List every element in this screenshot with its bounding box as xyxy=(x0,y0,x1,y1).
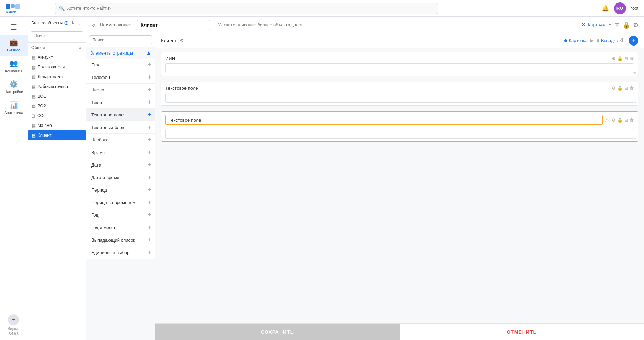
tab-card[interactable]: Карточка xyxy=(564,38,587,43)
search-input[interactable] xyxy=(67,6,434,11)
elements-search-input[interactable] xyxy=(89,35,152,44)
add-element-icon[interactable]: + xyxy=(148,174,151,181)
add-object-icon[interactable]: ⊕ xyxy=(64,19,69,26)
field-gear-icon[interactable]: ⚙ xyxy=(612,86,616,91)
element-item-period[interactable]: Период + xyxy=(86,184,155,196)
add-element-icon[interactable]: + xyxy=(148,74,151,81)
resize-handle[interactable]: ↘ xyxy=(633,100,636,104)
sidebar-item-department[interactable]: ▦ Департамент ⋮ xyxy=(28,72,86,82)
field-layout-icon[interactable]: ⊞ xyxy=(624,56,628,61)
sidebar-more-icon[interactable]: ⋮ xyxy=(77,19,83,26)
add-element-icon[interactable]: + xyxy=(148,236,151,244)
add-element-icon[interactable]: + xyxy=(148,161,151,169)
add-element-icon[interactable]: + xyxy=(148,211,151,219)
back-button[interactable]: « xyxy=(92,21,96,29)
element-item-number[interactable]: Число + xyxy=(86,84,155,96)
lock-icon[interactable]: 🔒 xyxy=(622,21,630,29)
field-layout-icon[interactable]: ⊞ xyxy=(624,86,628,91)
element-item-dropdown[interactable]: Выпадающий список + xyxy=(86,234,155,246)
gear-icon[interactable]: ⚙ xyxy=(633,21,638,29)
sidebar-item-vo1[interactable]: ▦ ВО1 ⋮ xyxy=(28,91,86,101)
object-name-input[interactable] xyxy=(137,20,210,30)
add-element-icon[interactable]: + xyxy=(148,124,151,131)
item-menu-icon[interactable]: ⋮ xyxy=(78,74,83,80)
field-text2-header-input[interactable] xyxy=(165,115,603,125)
view-toggle[interactable]: 👁 Карточка ▼ xyxy=(581,22,612,28)
add-element-icon[interactable]: + xyxy=(148,249,151,256)
element-item-time[interactable]: Время + xyxy=(86,146,155,159)
field-delete-icon[interactable]: 🗑 xyxy=(629,86,634,91)
sidebar-item-workgroup[interactable]: ▦ Рабочая группа ⋮ xyxy=(28,82,86,91)
resize-handle[interactable]: ↘ xyxy=(633,136,636,140)
element-item-email[interactable]: Email + xyxy=(86,59,155,71)
field-lock-icon[interactable]: 🔒 xyxy=(617,86,623,91)
element-item-phone[interactable]: Телефон + xyxy=(86,71,155,84)
nav-item-biznes[interactable]: 💼 Бизнес xyxy=(0,35,28,56)
form-gear-icon[interactable]: ⚙ xyxy=(180,38,184,43)
tab-tab[interactable]: Вкладка xyxy=(597,38,618,43)
elements-search-box[interactable] xyxy=(86,33,155,47)
item-menu-icon[interactable]: ⋮ xyxy=(78,103,83,109)
avatar[interactable]: RO xyxy=(614,2,626,14)
form-add-button[interactable]: + xyxy=(629,36,638,46)
field-delete-icon[interactable]: 🗑 xyxy=(629,118,634,123)
save-button[interactable]: СОХРАНИТЬ xyxy=(155,324,400,340)
add-element-icon[interactable]: + xyxy=(148,61,151,68)
item-menu-icon[interactable]: ⋮ xyxy=(78,55,83,60)
field-gear-icon[interactable]: ⚙ xyxy=(612,56,616,61)
object-desc-input[interactable] xyxy=(214,20,577,30)
field-text1-input[interactable] xyxy=(165,93,634,103)
sidebar-item-client[interactable]: ▦ Клиент ⋮ xyxy=(28,130,86,140)
add-element-icon[interactable]: + xyxy=(148,86,151,94)
layout-icon[interactable]: ⊞ xyxy=(614,21,620,29)
collapse-icon[interactable]: ▲ xyxy=(78,45,83,50)
nav-hamburger[interactable]: ☰ xyxy=(0,19,28,35)
sidebar-item-co[interactable]: ⊞ СО ⋮ xyxy=(28,111,86,121)
field-text2-input[interactable] xyxy=(165,129,634,139)
sidebar-item-vo2[interactable]: ▦ ВО2 ⋮ xyxy=(28,101,86,111)
notification-bell-icon[interactable]: 🔔 xyxy=(602,5,609,12)
sidebar-item-mainbo[interactable]: ▦ MainBo ⋮ xyxy=(28,121,86,130)
field-lock-icon[interactable]: 🔒 xyxy=(617,118,623,123)
item-menu-icon[interactable]: ⋮ xyxy=(78,84,83,89)
element-item-periodtime[interactable]: Период со временем + xyxy=(86,196,155,209)
add-element-icon[interactable]: + xyxy=(148,99,151,106)
item-menu-icon[interactable]: ⋮ xyxy=(78,94,83,99)
add-element-icon[interactable]: + xyxy=(148,111,151,119)
download-icon[interactable]: ⬇ xyxy=(71,19,75,26)
nav-item-analytics[interactable]: 📊 Аналитика xyxy=(0,97,28,118)
element-item-singlechoice[interactable]: Единичный выбор + xyxy=(86,246,155,259)
element-item-year[interactable]: Год + xyxy=(86,209,155,221)
sidebar-item-account[interactable]: ▦ Аккаунт ⋮ xyxy=(28,52,86,62)
element-item-datetime[interactable]: Дата и время + xyxy=(86,171,155,184)
add-element-icon[interactable]: + xyxy=(148,224,151,231)
nav-item-company[interactable]: 👥 Компания xyxy=(0,56,28,76)
element-item-checkbox[interactable]: Чекбокс + xyxy=(86,134,155,146)
item-menu-icon[interactable]: ⋮ xyxy=(78,64,83,70)
form-eye-icon[interactable]: 👁 xyxy=(620,37,626,44)
item-menu-icon[interactable]: ⋮ xyxy=(78,113,83,119)
element-item-textblock[interactable]: Текстовый блок + xyxy=(86,121,155,134)
add-element-icon[interactable]: + xyxy=(148,186,151,194)
global-search-box[interactable]: 🔍 xyxy=(55,3,438,14)
sidebar-item-users[interactable]: ▦ Пользователи ⋮ xyxy=(28,62,86,72)
sidebar-search-input[interactable] xyxy=(31,31,83,40)
add-element-icon[interactable]: + xyxy=(148,136,151,144)
field-delete-icon[interactable]: 🗑 xyxy=(629,56,634,61)
field-lock-icon[interactable]: 🔒 xyxy=(617,56,623,61)
field-gear-icon[interactable]: ⚙ xyxy=(612,118,616,123)
resize-handle[interactable]: ↘ xyxy=(633,70,636,75)
add-nav-button[interactable]: + xyxy=(8,314,19,325)
field-layout-icon[interactable]: ⊞ xyxy=(624,118,628,123)
field-inn-input[interactable] xyxy=(165,63,634,73)
item-menu-icon[interactable]: ⋮ xyxy=(78,132,83,138)
element-item-text[interactable]: Текст + xyxy=(86,96,155,109)
element-item-textfield[interactable]: Текстовое поле + xyxy=(86,109,155,121)
section-collapse-icon[interactable]: ▲ xyxy=(146,50,151,56)
elements-section-header[interactable]: Элементы страницы ▲ xyxy=(86,47,155,59)
cancel-button[interactable]: ОТМЕНИТЬ xyxy=(400,324,644,340)
element-item-yearmonth[interactable]: Год и месяц + xyxy=(86,221,155,234)
sidebar-search-box[interactable] xyxy=(28,29,86,43)
item-menu-icon[interactable]: ⋮ xyxy=(78,123,83,128)
add-element-icon[interactable]: + xyxy=(148,149,151,156)
